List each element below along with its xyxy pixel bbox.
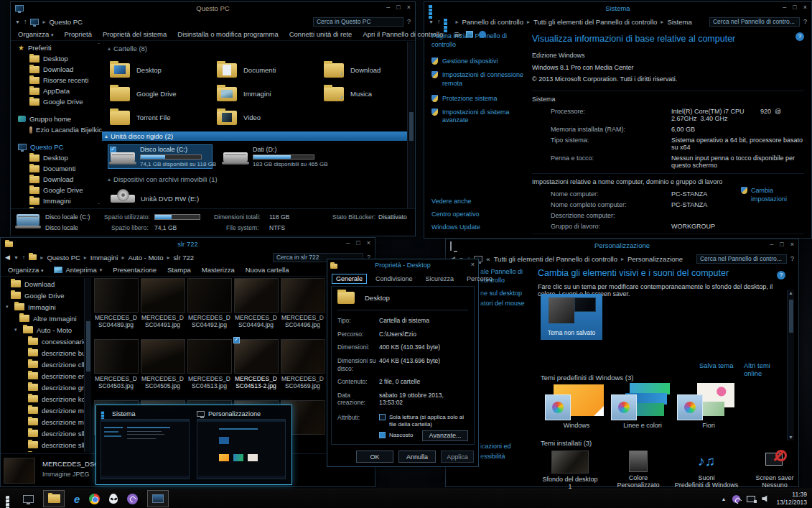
folder-tile-documenti[interactable]: Documenti [215, 58, 322, 82]
tree-item[interactable]: descrizione clk dtm A [1, 359, 91, 370]
scroll-down-icon[interactable]: ▼ [788, 435, 793, 440]
sidebar-section-questo-pc[interactable]: Questo PC [11, 141, 102, 152]
image-thumbnail-cell[interactable]: MERCEDES_DSC04513.jpg [186, 339, 233, 400]
sidebar-item[interactable]: Google Drive [11, 185, 102, 195]
proprieta-button[interactable]: Proprietà [64, 30, 92, 38]
image-thumbnail[interactable] [281, 278, 325, 313]
maximize-button[interactable]: □ [356, 239, 360, 246]
up-button[interactable]: ↑ [24, 18, 27, 25]
tree-scrollbar[interactable] [84, 278, 91, 452]
breadcrumb-back-chevron[interactable]: « [486, 255, 490, 263]
breadcrumb-immagini[interactable]: Immagini [90, 254, 118, 262]
recent-locations-chevron[interactable]: ▼ [14, 255, 19, 260]
image-thumbnail-cell[interactable]: MERCEDES_DSC04489.jpg [93, 278, 139, 339]
scrollbar-thumb[interactable] [86, 321, 90, 371]
disinstalla-button[interactable]: Disinstalla o modifica programma [177, 30, 278, 38]
expand-icon[interactable]: ▾ [6, 304, 11, 310]
folder-tile-musica[interactable]: ♪Musica [322, 82, 414, 106]
desktop-background-item[interactable]: Sfondo del desktop 1 [538, 451, 602, 490]
themes-scrollbar[interactable]: ▲ ▼ [787, 290, 794, 440]
cancel-button[interactable]: Annulla [398, 451, 436, 463]
screensaver-item[interactable]: Screen saver Nessuno [742, 451, 807, 489]
help-icon[interactable]: ? [790, 255, 794, 262]
tree-item[interactable]: descrizione koenigse [1, 393, 91, 405]
folder-tile-video[interactable]: Video [215, 106, 322, 129]
breadcrumb-tutti[interactable]: Tutti gli elementi del Pannello di contr… [533, 18, 657, 26]
maximize-button[interactable]: □ [396, 4, 400, 11]
list-view-icon[interactable]: ≣▾ [454, 31, 460, 38]
minimize-button[interactable]: – [770, 241, 773, 248]
breadcrumb-tutti[interactable]: Tutti gli elementi del Pannello di contr… [494, 255, 617, 263]
image-thumbnail-cell[interactable]: MERCEDES_DSC04491.jpg [139, 278, 186, 339]
titlebar[interactable]: Proprietà - Desktop × [327, 259, 478, 271]
preview-item-personalizzazione[interactable]: Personalizzazione [197, 409, 287, 481]
window-preview-thumbnail[interactable] [197, 419, 286, 479]
sidebar-item[interactable]: Desktop [11, 53, 102, 64]
up-button[interactable]: ↑ [22, 254, 26, 261]
network-icon[interactable] [747, 496, 755, 502]
readonly-checkbox[interactable] [379, 414, 386, 420]
scrollbar-thumb[interactable] [789, 300, 793, 333]
titlebar[interactable]: slr 722 –□× [1, 238, 375, 251]
dvd-drive-tile[interactable]: Unità DVD RW (E:) [111, 195, 414, 203]
close-button[interactable]: × [367, 239, 370, 246]
tree-item-expanded[interactable]: ▾Immagini [1, 301, 91, 313]
image-thumbnail-cell[interactable]: MERCEDES_DSC04513-2.jpg [233, 339, 279, 400]
taskbar-control-panel-button[interactable] [147, 490, 169, 507]
dialog-tab[interactable]: Percorso [462, 274, 497, 284]
sidebar-item[interactable]: AppData [11, 86, 102, 96]
connetti-unita-button[interactable]: Connetti unità di rete [289, 30, 353, 38]
folder-tile-download[interactable]: ↓Download [322, 58, 414, 82]
organizza-button[interactable]: Organizza ▾ [8, 266, 43, 274]
titlebar[interactable]: Questo PC –□× [11, 2, 415, 15]
taskbar-explorer-button[interactable] [43, 490, 65, 507]
scroll-up-icon[interactable]: ˆ [98, 42, 100, 48]
image-thumbnail[interactable] [234, 339, 279, 374]
search-input[interactable]: Cerca in Questo PC [313, 17, 403, 27]
theme-tile-linee-colori[interactable]: Linee e colori [610, 383, 676, 429]
presentazione-button[interactable]: Presentazione [113, 266, 157, 274]
task-link-avanzate[interactable]: Impostazioni di sistema avanzate [431, 108, 526, 125]
tree-item[interactable]: Ferrari F430 TuNero I [1, 451, 91, 452]
advanced-button[interactable]: Avanzate... [422, 430, 468, 441]
windows-update-link[interactable]: Windows Update [431, 223, 480, 231]
breadcrumb-auto-moto[interactable]: Auto - Moto [128, 254, 163, 262]
tree-item[interactable]: descrizione gmc apo [1, 382, 91, 393]
folder-tile-desktop[interactable]: Desktop [108, 58, 215, 82]
chrome-icon[interactable] [89, 494, 100, 504]
group-header-cartelle[interactable]: ▴Cartelle (8) [108, 45, 414, 52]
breadcrumb-sistema[interactable]: Sistema [667, 18, 691, 26]
more-themes-online-link[interactable]: Altri temi online [744, 361, 788, 377]
sidebar-item-user[interactable]: Ezio Lacandia Bijelkic [11, 124, 102, 135]
recent-locations-chevron[interactable]: ▼ [429, 19, 434, 24]
scroll-down-icon[interactable]: ˇ [98, 202, 100, 208]
image-thumbnail-cell[interactable]: MERCEDES_DSC04494.jpg [233, 278, 279, 339]
close-button[interactable]: × [790, 241, 794, 248]
image-thumbnail[interactable] [187, 278, 232, 313]
scrollbar[interactable] [407, 42, 414, 208]
sidebar-item[interactable]: Download [11, 174, 102, 185]
up-button[interactable]: ↑ [437, 18, 441, 25]
stampa-button[interactable]: Stampa [167, 266, 191, 274]
help-icon[interactable]: ? [803, 18, 807, 25]
viber-icon[interactable] [127, 494, 138, 504]
apply-button[interactable]: Applica [441, 451, 474, 463]
sidebar-item[interactable]: Google Drive [11, 96, 102, 107]
maximize-button[interactable]: □ [793, 4, 796, 11]
help-icon[interactable]: ? [407, 18, 411, 25]
back-button[interactable]: ◀ [5, 254, 10, 261]
minimize-button[interactable]: – [386, 4, 390, 11]
tree-item[interactable]: descrizione slk55 carl [1, 439, 91, 451]
folder-tile-immagini[interactable]: Immagini [215, 82, 322, 106]
tree-item-expanded[interactable]: ▾Auto - Moto [1, 324, 91, 336]
minimize-button[interactable]: – [346, 239, 350, 246]
search-input[interactable]: Cerca nel Pannello di contro... [696, 254, 787, 264]
dialog-tab[interactable]: Condivisione [371, 274, 417, 284]
image-thumbnail-cell[interactable]: MERCEDES_DSC04492.jpg [186, 278, 233, 339]
maximize-button[interactable]: □ [780, 241, 783, 248]
sidebar-item[interactable]: Download [11, 64, 102, 75]
internet-explorer-icon[interactable]: e [74, 493, 80, 505]
theme-tile-windows[interactable]: Windows [543, 383, 610, 429]
window-preview-thumbnail[interactable] [101, 419, 190, 479]
breadcrumb-slr722[interactable]: slr 722 [174, 254, 195, 262]
